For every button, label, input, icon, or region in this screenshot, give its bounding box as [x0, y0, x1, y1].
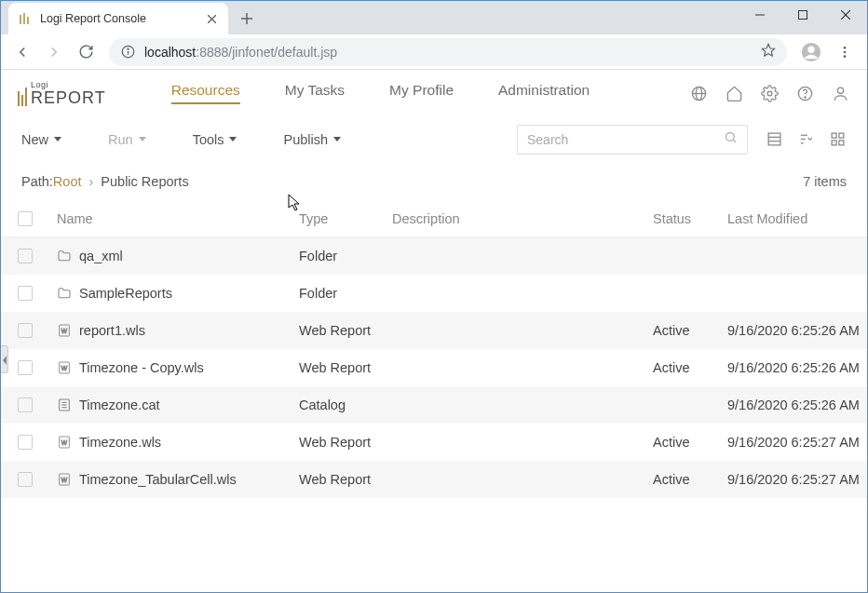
toolbar: New Run Tools Publish: [1, 116, 867, 163]
breadcrumb-current: Public Reports: [101, 174, 188, 189]
svg-text:W: W: [61, 439, 68, 446]
view-list-icon[interactable]: [765, 130, 783, 149]
svg-point-16: [807, 46, 814, 52]
tab-title: Logi Report Console: [40, 12, 204, 25]
new-tab-button[interactable]: [234, 6, 260, 32]
webreport-icon: W: [57, 360, 72, 375]
row-checkbox[interactable]: [18, 435, 33, 450]
row-type: Web Report: [299, 472, 392, 487]
row-checkbox[interactable]: [18, 323, 33, 338]
svg-rect-35: [832, 133, 836, 138]
forward-button[interactable]: [40, 38, 68, 66]
row-lastmodified: 9/16/2020 6:25:26 AM: [727, 398, 867, 412]
caret-down-icon: [54, 137, 61, 142]
reload-button[interactable]: [72, 38, 100, 66]
row-status: Active: [653, 472, 727, 487]
search-box[interactable]: [517, 125, 748, 155]
toolbar-publish[interactable]: Publish: [283, 132, 341, 147]
toolbar-new[interactable]: New: [21, 132, 61, 147]
row-status: Active: [653, 323, 727, 338]
help-icon[interactable]: [794, 83, 815, 103]
profile-icon[interactable]: [796, 37, 826, 67]
table-row[interactable]: WTimezone.wlsWeb ReportActive9/16/2020 6…: [1, 424, 867, 461]
row-checkbox[interactable]: [18, 472, 33, 487]
svg-point-23: [767, 91, 772, 96]
webreport-icon: W: [57, 472, 72, 487]
row-checkbox[interactable]: [18, 360, 33, 375]
col-status[interactable]: Status: [653, 211, 727, 226]
col-type[interactable]: Type: [299, 211, 392, 226]
row-name: Timezone_TabularCell.wls: [79, 472, 237, 487]
path-label: Path:: [21, 174, 53, 189]
row-name: qa_xml: [79, 249, 123, 263]
row-type: Catalog: [299, 398, 392, 412]
row-name: Timezone.wls: [79, 435, 161, 450]
bookmark-icon[interactable]: [761, 43, 776, 61]
svg-point-27: [726, 133, 735, 142]
tab-close-button[interactable]: [204, 11, 219, 26]
svg-text:W: W: [61, 328, 68, 334]
table-row[interactable]: Wreport1.wlsWeb ReportActive9/16/2020 6:…: [1, 312, 867, 349]
row-checkbox[interactable]: [18, 286, 33, 301]
row-lastmodified: 9/16/2020 6:25:26 AM: [727, 360, 867, 375]
svg-point-17: [844, 47, 847, 49]
col-name[interactable]: Name: [57, 211, 299, 226]
home-icon[interactable]: [724, 83, 744, 103]
toolbar-run[interactable]: Run: [108, 132, 146, 147]
search-input[interactable]: [527, 132, 724, 147]
row-name: Timezone - Copy.wls: [79, 360, 204, 375]
select-all-checkbox[interactable]: [18, 211, 33, 226]
view-sort-icon[interactable]: [796, 130, 815, 149]
row-lastmodified: 9/16/2020 6:25:26 AM: [727, 323, 867, 338]
address-bar: localhost:8888/jinfonet/default.jsp: [1, 34, 867, 70]
url-bar[interactable]: localhost:8888/jinfonet/default.jsp: [109, 38, 787, 66]
svg-point-26: [837, 88, 843, 93]
search-icon[interactable]: [724, 130, 738, 148]
svg-rect-1: [799, 11, 807, 20]
app-logo[interactable]: LogiREPORT: [18, 81, 106, 106]
row-checkbox[interactable]: [18, 249, 33, 263]
col-lastmodified[interactable]: Last Modified: [727, 211, 867, 226]
row-status: Active: [653, 360, 727, 375]
window-minimize-button[interactable]: [739, 1, 781, 29]
row-checkbox[interactable]: [18, 398, 33, 412]
nav-mytasks[interactable]: My Tasks: [285, 82, 345, 104]
row-status: Active: [653, 435, 727, 450]
folder-icon: [57, 286, 72, 301]
table-row[interactable]: WTimezone_TabularCell.wlsWeb ReportActiv…: [1, 461, 867, 498]
file-table: Name Type Description Status Last Modifi…: [1, 200, 867, 498]
window-maximize-button[interactable]: [781, 1, 824, 29]
svg-marker-14: [762, 44, 774, 56]
svg-text:W: W: [61, 477, 68, 483]
svg-text:W: W: [61, 365, 68, 371]
row-type: Web Report: [299, 360, 392, 375]
globe-icon[interactable]: [688, 83, 709, 103]
toolbar-tools[interactable]: Tools: [193, 132, 237, 147]
table-header: Name Type Description Status Last Modifi…: [1, 200, 867, 237]
site-info-icon[interactable]: [120, 45, 135, 60]
breadcrumb-root[interactable]: Root: [53, 174, 82, 189]
back-button[interactable]: [8, 38, 36, 66]
col-description[interactable]: Description: [392, 211, 653, 226]
table-row[interactable]: SampleReportsFolder: [1, 275, 867, 312]
browser-menu-icon[interactable]: [830, 37, 860, 67]
nav-administration[interactable]: Administration: [498, 82, 590, 104]
svg-point-18: [844, 50, 847, 53]
nav-resources[interactable]: Resources: [171, 82, 240, 104]
webreport-icon: W: [57, 323, 72, 338]
svg-line-28: [733, 140, 736, 142]
table-row[interactable]: Timezone.catCatalog9/16/2020 6:25:26 AM: [1, 386, 867, 424]
favicon-icon: [18, 11, 33, 26]
view-grid-icon[interactable]: [828, 130, 847, 149]
window-close-button[interactable]: [824, 1, 867, 29]
browser-tab[interactable]: Logi Report Console: [8, 3, 228, 34]
gear-icon[interactable]: [759, 83, 780, 103]
table-row[interactable]: WTimezone - Copy.wlsWeb ReportActive9/16…: [1, 349, 867, 386]
user-icon[interactable]: [830, 83, 850, 103]
caret-down-icon: [139, 137, 146, 142]
nav-myprofile[interactable]: My Profile: [389, 82, 454, 104]
caret-down-icon: [229, 137, 237, 142]
collapse-handle[interactable]: [1, 345, 8, 373]
table-row[interactable]: qa_xmlFolder: [1, 237, 867, 275]
row-name: report1.wls: [79, 323, 145, 338]
